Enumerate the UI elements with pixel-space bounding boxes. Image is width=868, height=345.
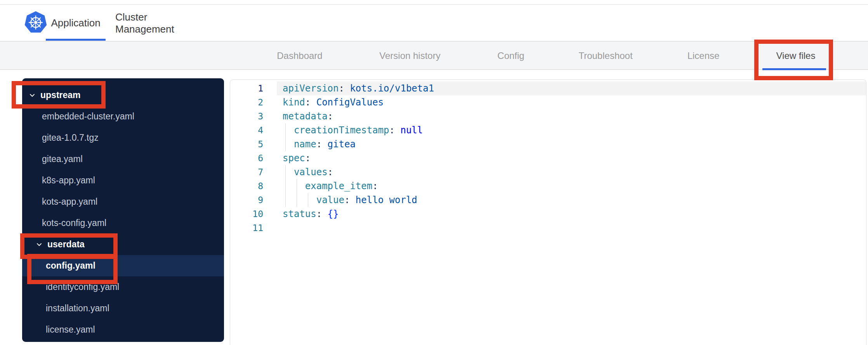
tree-item-label: gitea.yaml [42,154,83,164]
tree-file-license.yaml[interactable]: license.yaml [22,319,224,340]
code-line-content: example_item: [277,179,866,193]
line-number: 11 [230,221,263,235]
tree-item-label: gitea-1.0.7.tgz [42,133,99,143]
token-key: metadata [283,111,328,122]
line-number: 10 [230,207,263,221]
token-key: example_item [305,181,372,191]
code-line-content: metadata: [277,109,866,123]
tab-cluster-management[interactable]: Cluster Management [115,5,193,41]
code-line-content [277,221,866,235]
tree-file-gitea.yaml[interactable]: gitea.yaml [22,148,224,170]
tab-view-files[interactable]: View files [776,42,816,70]
indent-guide [285,179,286,193]
line-number: 4 [230,123,263,137]
file-tree-sidebar: upstreamembedded-cluster.yamlgitea-1.0.7… [22,78,224,342]
token-val: kots.io/v1beta1 [350,83,434,94]
tab-troubleshoot[interactable]: Troubleshoot [578,42,632,70]
tree-file-installation.yaml[interactable]: installation.yaml [22,298,224,319]
token-val: ConfigValues [316,97,384,108]
line-number: 8 [230,179,263,193]
tree-item-label: license.yaml [46,324,95,335]
code-line: 9value: hello world [230,193,866,207]
indent-guide [297,193,297,207]
line-number: 1 [230,81,263,95]
indent-guide [308,193,308,207]
tab-dashboard[interactable]: Dashboard [277,42,322,70]
token-colon: : [372,181,378,191]
tree-item-label: k8s-app.yaml [42,175,95,186]
code-line: 2kind: ConfigValues [230,95,866,109]
code-line: 11 [230,221,866,235]
app-header: Application Cluster Management [0,5,868,41]
tree-folder-upstream[interactable]: upstream [22,85,224,106]
tab-version-history[interactable]: Version history [379,42,440,70]
tree-item-label: embedded-cluster.yaml [42,111,134,122]
indent-guide [285,123,286,137]
code-line: 7values: [230,165,866,179]
tab-license[interactable]: License [687,42,720,70]
token-colon: : [339,83,350,94]
code-line-content: status: {} [277,207,866,221]
line-number: 5 [230,137,263,151]
chevron-down-icon [29,92,35,98]
token-val: hello world [356,195,417,205]
file-tree: upstreamembedded-cluster.yamlgitea-1.0.7… [22,85,224,340]
code-line: 10status: {} [230,207,866,221]
token-bracket: {} [328,209,339,219]
tree-item-label: config.yaml [46,260,95,271]
token-colon: : [305,153,311,164]
line-number: 6 [230,151,263,165]
code-line: 5name: gitea [230,137,866,151]
code-line-content: name: gitea [277,137,866,151]
indent-guide [297,179,297,193]
code-line: 4creationTimestamp: null [230,123,866,137]
code-line: 1apiVersion: kots.io/v1beta1 [230,81,866,95]
token-key: creationTimestamp [294,125,389,136]
tree-file-embedded-cluster.yaml[interactable]: embedded-cluster.yaml [22,106,224,127]
tree-item-label: kots-config.yaml [42,218,106,228]
token-key: values [294,167,328,178]
token-val: gitea [328,139,356,150]
tree-file-kots-app.yaml[interactable]: kots-app.yaml [22,191,224,212]
token-key: value [316,195,344,205]
tree-item-label: kots-app.yaml [42,197,97,207]
indent-guide [285,137,286,151]
active-tab-underline [46,39,106,41]
tab-application[interactable]: Application [43,5,109,41]
tree-item-label: userdata [47,239,85,250]
token-colon: : [328,111,333,122]
line-number: 2 [230,95,263,109]
code-line: 8example_item: [230,179,866,193]
tree-folder-userdata[interactable]: userdata [22,234,224,255]
line-number: 7 [230,165,263,179]
file-content-editor[interactable]: 1apiVersion: kots.io/v1beta12kind: Confi… [230,79,866,345]
token-colon: : [389,125,401,136]
app-subnav: Dashboard Version history Config Trouble… [0,42,868,70]
tab-config[interactable]: Config [497,42,524,70]
tree-file-k8s-app.yaml[interactable]: k8s-app.yaml [22,170,224,191]
token-kw: null [400,125,423,136]
code-line-content: apiVersion: kots.io/v1beta1 [277,81,866,95]
code-line: 6spec: [230,151,866,165]
tree-file-config.yaml[interactable]: config.yaml [22,255,224,276]
tree-file-kots-config.yaml[interactable]: kots-config.yaml [22,212,224,234]
tree-item-label: installation.yaml [46,303,109,314]
token-key: spec [283,153,305,164]
tree-item-label: identityconfig.yaml [46,282,119,292]
tree-file-identityconfig.yaml[interactable]: identityconfig.yaml [22,276,224,298]
token-colon: : [328,167,333,178]
token-key: name [294,139,316,150]
token-key: status [283,209,316,219]
token-key: kind [283,97,305,108]
chevron-down-icon [36,242,42,248]
token-colon: : [316,139,328,150]
tree-item-label: upstream [40,90,81,100]
indent-guide [285,193,286,207]
token-colon: : [316,209,328,219]
line-number: 3 [230,109,263,123]
indent-guide [285,165,286,179]
tree-file-gitea-1.0.7.tgz[interactable]: gitea-1.0.7.tgz [22,127,224,148]
kots-admin-console: Application Cluster Management Dashboard… [0,0,868,345]
token-colon: : [344,195,356,205]
code-line-content: value: hello world [277,193,866,207]
